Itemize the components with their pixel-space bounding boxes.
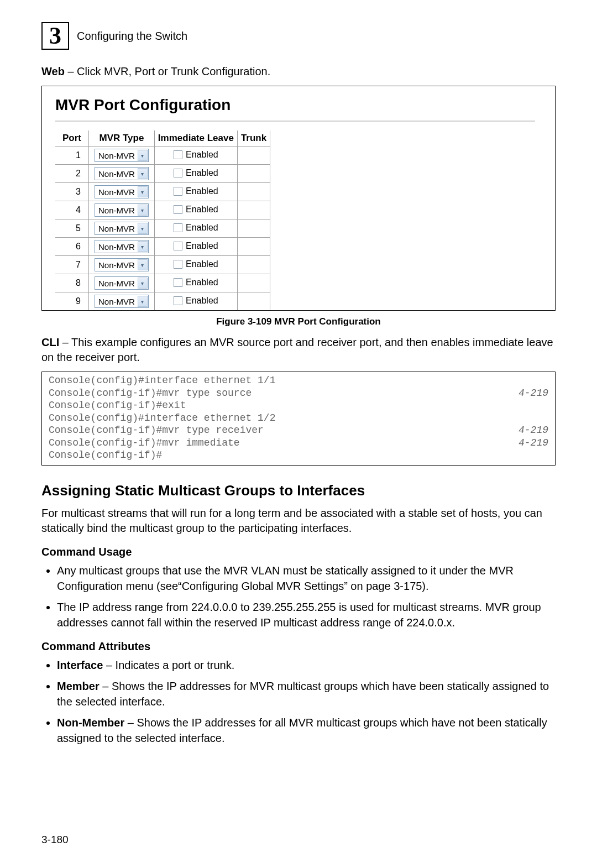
web-instruction-text: – Click MVR, Port or Trunk Configuration… [65,65,270,77]
immediate-leave-checkbox[interactable] [174,260,182,269]
chevron-down-icon[interactable]: ▾ [138,168,148,179]
immediate-leave-cell: Enabled [154,201,237,219]
immediate-leave-cell: Enabled [154,165,237,183]
page-header: 3 Configuring the Switch [41,22,556,50]
chevron-down-icon[interactable]: ▾ [138,205,148,216]
list-item: The IP address range from 224.0.0.0 to 2… [57,599,556,630]
immediate-leave-checkbox[interactable] [174,187,182,196]
mvr-type-cell: Non-MVR▾ [89,274,155,292]
table-row: 1Non-MVR▾Enabled [55,147,270,165]
mvr-port-config-screenshot: MVR Port Configuration Port MVR Type Imm… [41,86,556,311]
cli-example-box: Console(config)#interface ethernet 1/1Co… [41,372,556,466]
mvr-type-select[interactable]: Non-MVR▾ [95,167,149,180]
immediate-leave-checkbox[interactable] [174,169,182,177]
immediate-leave-cell: Enabled [154,219,237,238]
cli-text: Console(config-if)#mvr type source [49,387,252,400]
list-item: Member – Shows the IP addresses for MVR … [57,678,556,709]
immediate-leave-cell: Enabled [154,292,237,311]
chapter-title: Configuring the Switch [77,30,187,43]
mvr-type-select[interactable]: Non-MVR▾ [95,222,149,235]
immediate-leave-checkbox[interactable] [174,278,182,287]
cli-text: Console(config-if)# [49,449,162,462]
table-row: 6Non-MVR▾Enabled [55,238,270,256]
list-item: Any multicast groups that use the MVR VL… [57,563,556,594]
chevron-down-icon[interactable]: ▾ [138,150,148,161]
port-cell: 9 [55,292,89,311]
checkbox-label: Enabled [186,223,218,233]
immediate-leave-checkbox[interactable] [174,205,182,214]
immediate-leave-cell: Enabled [154,238,237,256]
port-cell: 8 [55,274,89,292]
checkbox-label: Enabled [186,186,218,196]
checkbox-label: Enabled [186,168,218,178]
port-cell: 4 [55,201,89,219]
chevron-down-icon[interactable]: ▾ [138,186,148,197]
port-cell: 6 [55,238,89,256]
mvr-type-select[interactable]: Non-MVR▾ [95,203,149,217]
list-item: Interface – Indicates a port or trunk. [57,657,556,673]
immediate-leave-checkbox[interactable] [174,296,182,305]
checkbox-label: Enabled [186,296,218,306]
select-value: Non-MVR [95,242,137,252]
select-value: Non-MVR [95,279,137,288]
port-cell: 2 [55,165,89,183]
immediate-leave-cell: Enabled [154,147,237,165]
cli-page-ref: 4-219 [519,387,548,400]
immediate-leave-checkbox[interactable] [174,150,182,159]
col-mvr-type-header: MVR Type [89,130,155,147]
select-value: Non-MVR [95,260,137,270]
mvr-type-select[interactable]: Non-MVR▾ [95,276,149,290]
mvr-type-cell: Non-MVR▾ [89,147,155,165]
cli-page-ref: 4-219 [519,424,548,437]
cli-line: Console(config-if)#mvr type source4-219 [49,387,548,400]
divider [55,121,535,122]
cli-line: Console(config-if)#mvr type receiver4-21… [49,424,548,437]
attribute-term: Member [57,680,100,692]
chevron-down-icon[interactable]: ▾ [138,259,148,270]
mvr-port-config-table: Port MVR Type Immediate Leave Trunk 1Non… [55,130,270,310]
immediate-leave-checkbox[interactable] [174,242,182,250]
mvr-type-select[interactable]: Non-MVR▾ [95,149,149,162]
chevron-down-icon[interactable]: ▾ [138,241,148,252]
cli-line: Console(config-if)# [49,449,548,462]
col-port-header: Port [55,130,89,147]
mvr-type-select[interactable]: Non-MVR▾ [95,295,149,308]
select-value: Non-MVR [95,169,137,179]
command-usage-list: Any multicast groups that use the MVR VL… [41,563,556,630]
checkbox-label: Enabled [186,150,218,160]
mvr-type-select[interactable]: Non-MVR▾ [95,185,149,198]
select-value: Non-MVR [95,297,137,306]
chevron-down-icon[interactable]: ▾ [138,296,148,307]
immediate-leave-checkbox[interactable] [174,223,182,232]
cli-line: Console(config-if)#mvr immediate4-219 [49,437,548,449]
cli-line: Console(config)#interface ethernet 1/1 [49,374,548,387]
table-row: 5Non-MVR▾Enabled [55,219,270,238]
port-cell: 3 [55,183,89,201]
immediate-leave-cell: Enabled [154,274,237,292]
cli-text: Console(config-if)#exit [49,399,186,412]
cli-instruction-line: CLI – This example configures an MVR sou… [41,335,556,365]
select-value: Non-MVR [95,206,137,215]
cli-text: Console(config)#interface ethernet 1/1 [49,374,275,387]
mvr-type-cell: Non-MVR▾ [89,256,155,274]
chevron-down-icon[interactable]: ▾ [138,278,148,289]
screenshot-title: MVR Port Configuration [55,96,555,114]
mvr-type-cell: Non-MVR▾ [89,219,155,238]
table-row: 3Non-MVR▾Enabled [55,183,270,201]
port-cell: 1 [55,147,89,165]
trunk-cell [237,238,270,256]
trunk-cell [237,219,270,238]
table-row: 4Non-MVR▾Enabled [55,201,270,219]
immediate-leave-cell: Enabled [154,256,237,274]
mvr-type-select[interactable]: Non-MVR▾ [95,240,149,253]
table-row: 8Non-MVR▾Enabled [55,274,270,292]
chevron-down-icon[interactable]: ▾ [138,223,148,234]
trunk-cell [237,147,270,165]
attribute-desc: – Shows the IP addresses for all MVR mul… [57,717,547,744]
mvr-type-select[interactable]: Non-MVR▾ [95,258,149,271]
mvr-type-cell: Non-MVR▾ [89,183,155,201]
trunk-cell [237,165,270,183]
checkbox-label: Enabled [186,278,218,287]
mvr-type-cell: Non-MVR▾ [89,201,155,219]
command-attributes-heading: Command Attributes [41,640,556,653]
